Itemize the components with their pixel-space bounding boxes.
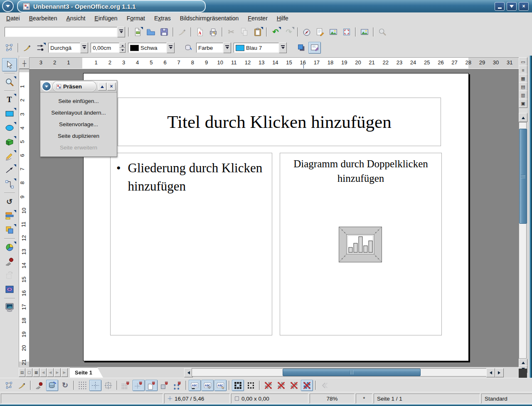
curve-tool[interactable] [2,149,17,163]
line-style-dropdown-button[interactable] [80,42,88,53]
guides-front-toggle[interactable] [102,380,114,391]
master-mode-button[interactable]: ▢ [26,368,32,377]
horizontal-scroll-thumb[interactable] [283,369,421,376]
show-grid-toggle[interactable] [76,380,89,391]
dblclick-edit-toggle[interactable] [214,380,227,391]
navigator-button[interactable] [300,26,313,38]
snap-margins-toggle[interactable] [145,380,158,391]
page-mode-button[interactable]: ▤ [19,368,25,377]
quick-edit-toggle[interactable] [189,380,201,391]
select-text-area-toggle[interactable] [202,380,214,391]
menu-hilfe[interactable]: Hilfe [272,14,293,23]
effects-tool[interactable] [2,241,17,254]
effects-window-button[interactable] [33,380,45,391]
fill-type-combobox[interactable]: Farbe [196,43,231,53]
drawing-view-button[interactable]: ▭ [519,57,527,66]
show-guides-toggle[interactable] [89,380,101,391]
slide[interactable]: Titel durch Klicken hinzufügen • Glieder… [83,73,469,361]
diagram-placeholder[interactable]: Diagramm durch Doppelklicken hinzufügen [280,153,442,335]
line-style-combobox[interactable]: Durchgä [48,43,88,53]
snap-points-toggle[interactable] [171,380,183,391]
notes-view-button[interactable]: ▤ [519,82,527,91]
new-document-button[interactable] [131,26,144,38]
slides-view-button[interactable]: ▦ [519,74,527,83]
fill-color-dropdown-button[interactable] [279,42,287,53]
start-presentation-button[interactable]: ▣ [519,99,527,108]
menu-bildschirmprsentation[interactable]: Bildschirmpräsentation [175,14,244,23]
zoom-tool[interactable] [2,76,17,89]
outline-view-button[interactable]: ≡ [519,66,527,75]
text-placeholder-toggle[interactable] [288,380,300,391]
3d-controller-tool[interactable] [2,283,17,296]
float-item-seitenlayout-ändern[interactable]: Seitenlayout ändern... [40,107,117,118]
fill-type-dropdown-button[interactable] [223,42,231,53]
presentation-tool[interactable] [2,301,17,314]
stylist-button[interactable] [314,26,326,38]
save-button[interactable] [158,26,170,38]
tab-seite-1[interactable]: Seite 1 [70,367,103,378]
float-close-button[interactable]: × [107,83,116,90]
zoom-page-button[interactable] [340,26,353,38]
paste-button[interactable] [251,26,264,38]
close-button[interactable]: × [519,2,529,11]
edit-points-button[interactable] [3,42,15,54]
line-color-dropdown-button[interactable] [167,42,175,53]
menu-fenster[interactable]: Fenster [243,14,272,23]
undo-button[interactable]: ↶ [269,26,282,38]
large-handles-toggle[interactable] [245,380,257,391]
arrow-style-button[interactable] [34,42,47,54]
allow-effects-toggle[interactable] [46,380,58,391]
line-width-spinner[interactable]: 0,00cm [91,43,126,53]
window-menu-button[interactable] [2,0,14,12]
scroll-up-button[interactable] [519,113,527,122]
float-item-seitenvorlage[interactable]: Seitenvorlage... [40,118,117,130]
alignment-tool[interactable] [2,209,17,223]
ellipse-tool[interactable] [2,121,17,135]
status-style-field[interactable]: Standard [481,394,532,404]
url-combobox[interactable] [5,27,125,37]
menu-extras[interactable]: Extras [150,14,175,23]
shadow-button[interactable] [295,42,308,54]
snap-border-toggle[interactable] [158,380,170,391]
status-page-field[interactable]: Seite 1 / 1 [374,394,480,404]
gallery-button[interactable] [327,26,340,38]
open-button[interactable] [145,26,157,38]
menu-einfgen[interactable]: Einfügen [90,14,122,23]
status-modified-field[interactable]: * [356,394,372,404]
presentation-box-toggle[interactable] [308,42,321,54]
ruler-origin-button[interactable]: ┼ [19,57,30,69]
menu-format[interactable]: Format [122,14,150,23]
menu-ansicht[interactable]: Ansicht [62,14,90,23]
export-pdf-button[interactable] [194,26,206,38]
insert-graphics-button[interactable] [358,26,371,38]
rectangle-tool[interactable] [2,107,17,120]
outline-placeholder[interactable]: • Gliederung durch Klicken hinzufügen [110,153,272,335]
float-item-seite-einfügen[interactable]: Seite einfügen... [40,95,117,107]
contour-placeholder-toggle[interactable] [275,380,287,391]
line-contour-toggle[interactable] [301,380,313,391]
rotate-tool[interactable]: ↺ [2,195,17,208]
vertical-scroll-thumb[interactable] [519,129,527,224]
chart-placeholder-icon[interactable] [339,227,382,262]
handout-view-button[interactable]: ▥ [519,90,527,100]
area-dialog-button[interactable] [182,42,195,54]
fill-color-combobox[interactable]: Blau 7 [234,43,287,53]
status-position-field[interactable]: 16,07 / 5,46 [164,394,230,404]
slide-canvas[interactable]: Titel durch Klicken hinzufügen • Glieder… [29,69,519,367]
float-window-menu-button[interactable] [42,81,52,91]
minimize-button[interactable] [495,2,505,11]
hscroll-right-button[interactable] [495,368,504,377]
vertical-ruler[interactable]: 123456789101112131415161718192021 [19,69,30,368]
menu-bearbeiten[interactable]: Bearbeiten [25,14,62,23]
interaction-tool[interactable] [2,255,17,268]
horizontal-ruler[interactable]: 3211234567891011121314151617181920212223… [29,57,520,69]
3d-objects-tool[interactable] [2,135,17,149]
select-tool[interactable] [2,58,17,71]
text-tool[interactable]: T [2,93,17,106]
snap-grid-toggle[interactable] [120,380,132,391]
hscroll-left-button-2[interactable] [486,368,495,377]
line-dialog-button[interactable] [21,42,33,54]
status-zoom-field[interactable]: 78% [310,394,355,404]
line-width-spin-buttons[interactable] [119,43,126,53]
arrange-tool[interactable] [2,223,17,237]
